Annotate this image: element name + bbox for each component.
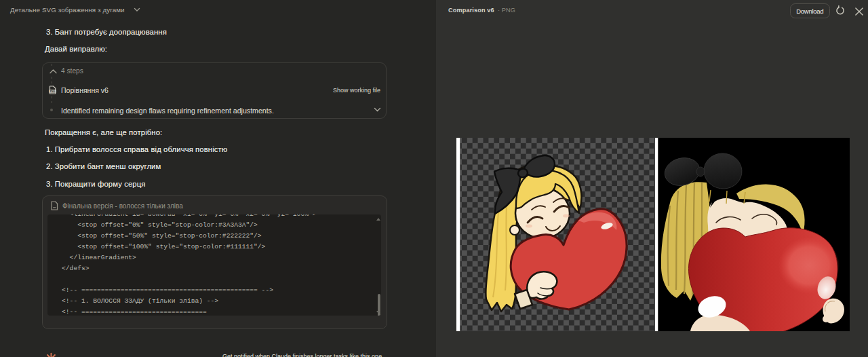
svg-text:PNG: PNG (50, 90, 55, 93)
